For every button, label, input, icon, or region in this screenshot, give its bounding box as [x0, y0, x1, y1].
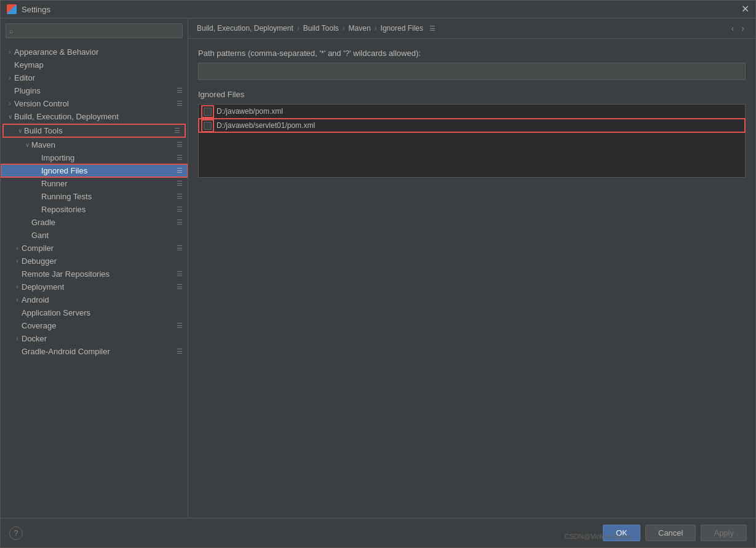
help-button[interactable]: ?	[9, 526, 23, 540]
settings-icon: ☰	[177, 347, 183, 355]
sidebar-item-importing[interactable]: Importing ☰	[1, 151, 188, 164]
sidebar-item-appearance[interactable]: › Appearance & Behavior	[1, 46, 188, 58]
sidebar-item-label: Remote Jar Repositories	[22, 269, 177, 279]
sidebar-item-label: Repositories	[41, 205, 177, 214]
sidebar-item-label: Build, Execution, Deployment	[14, 112, 183, 121]
settings-icon: ☰	[177, 270, 183, 278]
footer: ? OK Cancel Apply	[1, 518, 755, 547]
apply-button[interactable]: Apply	[701, 525, 747, 541]
sidebar-item-repositories[interactable]: Repositories ☰	[1, 203, 188, 216]
settings-icon: ☰	[177, 167, 183, 175]
sidebar-item-docker[interactable]: › Docker	[1, 332, 188, 345]
sidebar-item-label: Appearance & Behavior	[14, 47, 183, 57]
search-icon: ⌕	[9, 27, 14, 34]
ignored-file-row-2: D:/javaweb/servlet01/pom.xml	[199, 119, 745, 132]
expand-arrow: ∨	[23, 141, 31, 148]
sidebar-item-label: Plugins	[14, 86, 177, 95]
nav-back-button[interactable]: ‹	[729, 22, 737, 34]
title-bar-left: Settings	[7, 4, 50, 14]
breadcrumb-edit-icon: ☰	[429, 25, 436, 33]
sidebar-item-android[interactable]: › Android	[1, 293, 188, 306]
sidebar-item-gradle-android-compiler[interactable]: Gradle-Android Compiler ☰	[1, 345, 188, 358]
file-path-2: D:/javaweb/servlet01/pom.xml	[217, 121, 315, 130]
breadcrumb-bar: Build, Execution, Deployment › Build Too…	[188, 18, 755, 39]
file-path-1: D:/javaweb/pom.xml	[217, 107, 283, 116]
sidebar-item-build-tools[interactable]: ∨ Build Tools ☰	[3, 124, 185, 137]
sidebar-item-label: Runner	[41, 179, 177, 188]
sidebar-item-build-execution-deployment[interactable]: ∨ Build, Execution, Deployment	[1, 110, 188, 123]
sidebar-item-label: Gradle	[31, 218, 177, 227]
sidebar-item-gant[interactable]: Gant	[1, 229, 188, 242]
breadcrumb-sep: ›	[375, 24, 377, 33]
settings-tree: › Appearance & Behavior Keymap › Editor …	[1, 43, 188, 518]
sidebar-item-plugins[interactable]: Plugins ☰	[1, 84, 188, 97]
expand-arrow: ›	[6, 74, 14, 81]
sidebar-item-version-control[interactable]: › Version Control ☰	[1, 97, 188, 110]
path-patterns-input[interactable]	[198, 63, 746, 80]
sidebar-item-label: Gant	[31, 231, 183, 240]
settings-icon: ☰	[177, 180, 183, 188]
sidebar-item-label: Running Tests	[41, 192, 177, 201]
expand-arrow: ›	[13, 335, 22, 342]
settings-icon: ☰	[177, 218, 183, 226]
sidebar-item-maven[interactable]: ∨ Maven ☰	[1, 138, 188, 151]
sidebar-item-gradle[interactable]: Gradle ☰	[1, 216, 188, 229]
breadcrumb-part-2: Build Tools	[303, 24, 339, 33]
sidebar-item-compiler[interactable]: › Compiler ☰	[1, 242, 188, 255]
search-input[interactable]	[6, 23, 183, 38]
sidebar-item-label: Importing	[41, 153, 177, 162]
expand-arrow: ›	[13, 284, 22, 290]
sidebar-item-debugger[interactable]: › Debugger	[1, 255, 188, 268]
sidebar-item-label: Android	[22, 295, 183, 304]
sidebar-item-label: Deployment	[22, 282, 177, 292]
breadcrumb-sep: ›	[343, 24, 345, 33]
sidebar-item-label: Version Control	[14, 99, 177, 108]
footer-left: ?	[9, 526, 598, 540]
sidebar-item-deployment[interactable]: › Deployment ☰	[1, 280, 188, 293]
sidebar-item-coverage[interactable]: Coverage ☰	[1, 319, 188, 332]
right-panel: Build, Execution, Deployment › Build Too…	[188, 18, 755, 518]
sidebar-item-running-tests[interactable]: Running Tests ☰	[1, 190, 188, 203]
settings-icon: ☰	[177, 193, 183, 201]
settings-icon: ☰	[174, 127, 180, 135]
sidebar-item-label: Editor	[14, 73, 183, 82]
sidebar-item-remote-jar-repositories[interactable]: Remote Jar Repositories ☰	[1, 268, 188, 280]
sidebar-item-keymap[interactable]: Keymap	[1, 58, 188, 71]
sidebar-item-label: Keymap	[14, 60, 183, 69]
breadcrumb-nav: ‹ ›	[729, 22, 747, 34]
sidebar-item-application-servers[interactable]: Application Servers	[1, 306, 188, 319]
cancel-button[interactable]: Cancel	[645, 525, 696, 541]
breadcrumb-part-3: Maven	[349, 24, 371, 33]
title-bar: Settings ✕	[1, 1, 755, 18]
main-content: ⌕ › Appearance & Behavior Keymap › Edito…	[1, 18, 755, 518]
search-box: ⌕	[6, 23, 183, 38]
settings-icon: ☰	[177, 205, 183, 213]
sidebar-item-editor[interactable]: › Editor	[1, 71, 188, 84]
sidebar: ⌕ › Appearance & Behavior Keymap › Edito…	[1, 18, 188, 518]
breadcrumb-part-4: Ignored Files	[381, 24, 423, 33]
file-checkbox-1[interactable]	[204, 108, 212, 116]
breadcrumb: Build, Execution, Deployment › Build Too…	[197, 24, 436, 33]
sidebar-item-label: Application Servers	[22, 308, 183, 317]
expand-arrow: ›	[6, 49, 14, 55]
expand-arrow: ›	[13, 245, 22, 252]
sidebar-item-runner[interactable]: Runner ☰	[1, 177, 188, 190]
ignored-files-title: Ignored Files	[198, 90, 746, 99]
close-button[interactable]: ✕	[741, 4, 749, 14]
expand-arrow: ∨	[15, 127, 24, 134]
sidebar-item-label: Maven	[31, 140, 177, 149]
settings-dialog: Settings ✕ ⌕ › Appearance & Behavior Key…	[0, 0, 756, 548]
settings-icon: ☰	[177, 141, 183, 149]
settings-icon: ☰	[177, 322, 183, 330]
nav-forward-button[interactable]: ›	[739, 22, 747, 34]
breadcrumb-part-1: Build, Execution, Deployment	[197, 24, 293, 33]
file-checkbox-2[interactable]	[204, 122, 212, 130]
settings-icon: ☰	[177, 244, 183, 252]
sidebar-item-label: Gradle-Android Compiler	[22, 347, 177, 356]
content-area: Path patterns (comma-separated, '*' and …	[188, 39, 755, 518]
settings-icon: ☰	[177, 154, 183, 162]
dialog-title: Settings	[22, 5, 50, 14]
path-patterns-label: Path patterns (comma-separated, '*' and …	[198, 49, 746, 58]
sidebar-item-ignored-files[interactable]: Ignored Files ☰	[1, 164, 188, 177]
expand-arrow: ›	[6, 100, 14, 107]
